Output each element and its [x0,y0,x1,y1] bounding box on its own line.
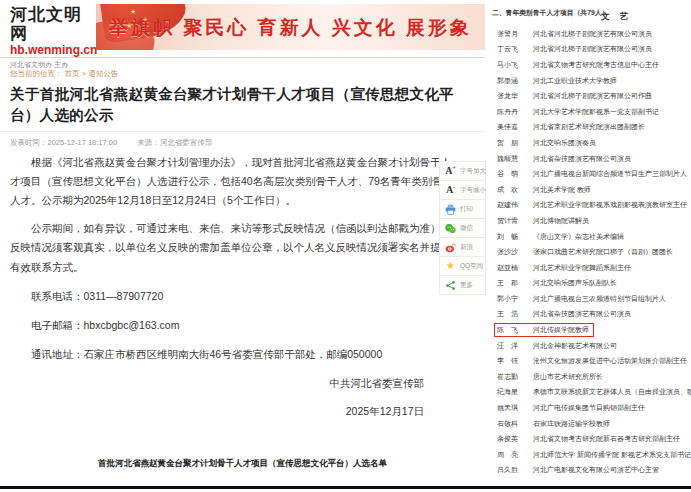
roster-row-content: 陈丹丹河北大学艺术学院影视系一党支部副书记 [494,105,664,119]
roster-row-content: 吴佳嘉河北省京剧艺术研究院演出团副团长 [494,120,650,134]
article-paragraph: 公示期间，如有异议，可通过来电、来信、来访等形式反映情况（信函以到达邮戳为准）。… [10,219,454,276]
person-name: 赵亚楠 [497,263,526,273]
bottom-border [0,486,691,489]
person-title: 河北省文物考古研究院考古信息中心主任 [533,60,659,70]
roster-row: 吕久胜河北广电影视文化有限公司演艺中心主管 [494,463,690,479]
print-button[interactable]: 打印 [439,199,486,219]
person-name: 郭墨涵 [497,76,526,86]
toolbar-item-label: 更多 [460,281,473,290]
roster-row-content: 崔志勤唐山市艺术研究所所长 [494,370,608,384]
roster-row: 丁云飞河北省河北梆子剧院演艺有限公司演员 [494,42,690,58]
person-name: 崔志勤 [497,372,526,382]
person-title: 《唐山文学》杂志社美术编辑 [533,232,624,242]
person-title: 河北省京剧艺术研究院演出团副团长 [533,122,645,132]
roster-row-highlighted: 陈 飞河北传媒学院教师 [494,323,594,337]
roster-row-content: 贾计青河北博物院讲解员 [494,214,594,228]
roster-row: 魏顺慧河北省杂技团演艺有限公司演员 [494,151,690,167]
toolbar-item-label: 新浪 [460,243,473,252]
person-title: 河北美术学院 教师 [533,185,591,195]
person-title: 承德市文联系统新文艺群体人员（自由择业演员、歌手） [533,387,691,397]
print-icon [444,203,457,215]
person-title: 河北省杂技团演艺有限公司演员 [533,309,631,319]
person-name: 郭小宁 [497,294,526,304]
roster-row-content: 成 欢河北美术学院 教师 [494,183,596,197]
roster-row: 张警月河北省河北梆子剧院演艺有限公司演员 [494,26,690,42]
roster-category-title: 文 艺 [601,11,632,23]
person-name: 吴佳嘉 [497,122,526,132]
person-title: 河北省河北梆子剧院演艺有限公司演员 [533,44,652,54]
person-title: 河北省河北梆子剧院演艺有限公司演员 [533,29,652,39]
breadcrumb-prefix: 您当前的位置： [10,69,63,78]
breadcrumb-home-link[interactable]: 首页 [65,69,80,78]
roster-row: 王 浩河北省杂技团演艺有限公司演员 [494,307,690,323]
roster-row: 赵建伟河北艺术职业学院影视系戏剧影视表演教研室主任 [494,198,690,214]
contact-email: 电子邮箱：hbxcbgbc@163.com [10,316,454,335]
person-name: 成 欢 [497,185,526,195]
roster-row: 郭小宁河北广播电视台三农频道特别节目组制片人 [494,291,690,307]
roster-section-heading: 二、青年类别骨干人才项目（共79人） [492,8,608,18]
font-decrease-button[interactable]: A-字号减小 [439,180,486,200]
person-name: 吕久胜 [497,465,526,475]
person-title: 河北传媒学院教师 [533,325,589,335]
qzone-icon: ★ [444,260,457,272]
breadcrumb-current-link[interactable]: 通知公告 [88,69,118,78]
person-name: 丁云飞 [497,44,526,54]
roster-row: 纪海星承德市文联系统新文艺群体人员（自由择业演员、歌手） [494,385,690,401]
roster-row: 李 钰沧州文化旅游发展促进中心活动策划推介部副主任 [494,353,690,369]
person-name: 石敬科 [497,419,526,429]
roster-row: 张沙沙张家口戏曲艺术研究院口梆子（晋剧）团团长 [494,244,690,260]
person-title: 张家口戏曲艺术研究院口梆子（晋剧）团团长 [533,247,673,257]
person-name: 王 郡 [497,278,526,288]
person-title: 沧州文化旅游发展促进中心活动策划推介部副主任 [533,356,687,366]
roster-row: 周 亮河北师范大学 新闻传播学院 影视艺术系党支部书记 [494,447,690,463]
roster-row-content: 纪海星承德市文联系统新文艺群体人员（自由择业演员、歌手） [494,385,691,399]
roster-row-content: 王 郡河北交响乐团声乐队副队长 [494,276,622,290]
roster-row-content: 张沙沙张家口戏曲艺术研究院口梆子（晋剧）团团长 [494,245,678,259]
roster-row: 赵亚楠河北艺术职业学院舞蹈系副主任 [494,260,690,276]
person-name: 贾计青 [497,216,526,226]
person-title: 河北省文物考古研究院新石器考古研究部副主任 [533,434,680,444]
qzone-button[interactable]: ★QQ空间 [439,256,486,276]
person-name: 张龙华 [497,91,526,101]
roster-row: 贾计青河北博物院讲解员 [494,213,690,229]
roster-row: 刘 畅《唐山文学》杂志社美术编辑 [494,229,690,245]
person-title: 河北广播电视台三农频道特别节目组制片人 [533,294,666,304]
roster-row-content: 周 亮河北师范大学 新闻传播学院 影视艺术系党支部书记 [494,448,691,462]
font-decrease-icon: A- [444,184,457,196]
font-increase-button[interactable]: A+字号加大 [439,161,486,181]
roster-row-content: 丁云飞河北省河北梆子剧院演艺有限公司演员 [494,42,657,56]
roster-row: 陈 飞河北传媒学院教师 [494,322,690,338]
roster-row: 陈丹丹河北大学艺术学院影视系一党支部副书记 [494,104,690,120]
roster-row: 石敬科石家庄铁路运输学校教师 [494,416,690,432]
person-name: 周 亮 [497,450,526,460]
more-share-icon [444,279,457,291]
publish-time: 发表时间：2025-12-17 18:17:00 [10,138,117,147]
article-paragraph: 根据《河北省燕赵黄金台聚才计划管理办法》，现对首批河北省燕赵黄金台聚才计划骨干人… [10,153,454,210]
roster-row-content: 李 钰沧州文化旅游发展促进中心活动策划推介部副主任 [494,354,691,368]
roster-row-content: 余俊英河北省文物考古研究院新石器考古研究部副主任 [494,432,685,446]
contact-address: 通讯地址：石家庄市桥西区维明南大街46号省委宣传部干部处，邮编050000 [10,345,454,364]
header-divider [0,57,485,58]
roster-row-content: 石敬科石家庄铁路运输学校教师 [494,417,615,431]
site-logo-title: 河北文明网 [10,6,98,43]
more-share-button[interactable]: 更多 [439,275,486,295]
person-name: 李 钰 [497,356,526,366]
person-title: 河北省河北梆子剧院演艺有限公司作曲 [533,91,652,101]
person-name: 纪海星 [497,387,526,397]
roster-row: 余俊英河北省文物考古研究院新石器考古研究部副主任 [494,431,690,447]
roster-row-content: 张警月河北省河北梆子剧院演艺有限公司演员 [494,27,657,41]
weibo-button[interactable]: 新浪 [439,237,486,257]
article-body: 根据《河北省燕赵黄金台聚才计划管理办法》，现对首批河北省燕赵黄金台聚才计划骨干人… [10,153,454,430]
wechat-button[interactable]: 微信 [439,218,486,238]
person-name: 张警月 [497,29,526,39]
person-title: 河北艺术职业学院影视系戏剧影视表演教研室主任 [533,200,687,210]
roster-row: 汪 洋河北金神影视艺术有限公司 [494,338,690,354]
person-name: 张沙沙 [497,247,526,257]
person-name: 刘 畅 [497,232,526,242]
person-name: 赵建伟 [497,200,526,210]
roster-row-content: 汪 洋河北金神影视艺术有限公司 [494,339,622,353]
share-toolbar: A+字号加大A-字号减小打印微信新浪★QQ空间更多 [439,162,486,295]
site-logo[interactable]: 河北文明网 hb.wenming.cn 河北省文明办 主办 [10,6,98,70]
page-title: 关于首批河北省燕赵黄金台聚才计划骨干人才项目（宣传思想文化平台）人选的公示 [10,84,482,126]
roster-row-content: 姚天琪河北广电传媒集团节目购销部副主任 [494,401,650,415]
